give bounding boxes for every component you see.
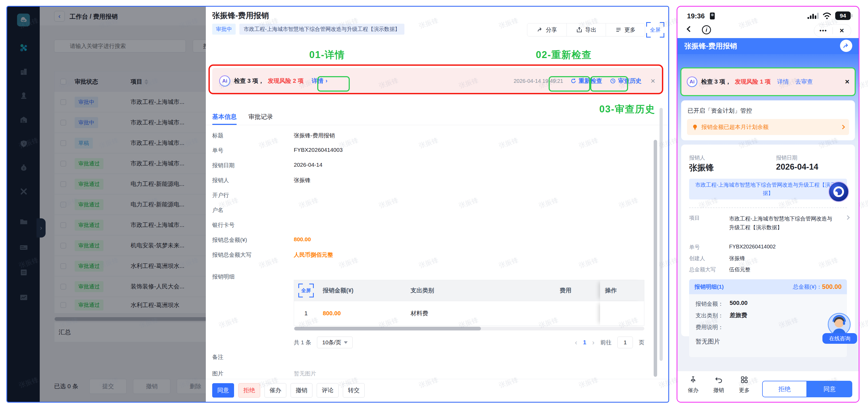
window-scrollbar[interactable] — [659, 108, 663, 361]
share-icon[interactable] — [840, 40, 852, 52]
go-review-link[interactable]: 去审查 — [795, 78, 813, 86]
col-desc: 费用 — [555, 286, 600, 295]
reject-button[interactable]: 拒绝 — [762, 381, 807, 397]
support-avatar — [828, 313, 851, 336]
fund-plan-title: 已开启「资金计划」管控 — [687, 107, 752, 115]
urge-action[interactable]: 催办 — [681, 376, 705, 394]
field-value: FYBX20260414002 — [729, 244, 776, 250]
current-page[interactable]: 1 — [583, 339, 586, 346]
detail-horizontal-scrollbar[interactable] — [294, 327, 644, 331]
more-icon[interactable]: ••• — [814, 27, 833, 34]
status-time: 19:36 — [687, 12, 705, 20]
ai-assistant-floating-button[interactable] — [828, 181, 849, 202]
prev-page-button[interactable]: ‹ — [575, 338, 577, 347]
field-label: 报销总金额大写 — [212, 251, 251, 259]
remark-label: 备注 — [212, 353, 223, 361]
ai-detail-link[interactable]: 详情 — [777, 78, 789, 86]
field-value: FYBX20260414003 — [294, 147, 343, 153]
chevron-down-icon — [344, 341, 348, 344]
mobile-preview-panel: 19:36 94 i ••• × 张振锋-费用报销 Ai 检查 3 项， 发现风… — [677, 6, 860, 403]
recheck-button[interactable]: 重新检查 — [570, 77, 602, 85]
detail-row[interactable]: 1 800.00 材料费 — [294, 301, 644, 326]
project-tag: 市政工程-上海城市智慧地下综合管网改造与升级工程【演示数据】 — [689, 179, 847, 199]
date-label: 报销日期 — [776, 154, 797, 161]
detail-banner: 报销明细(1) 总金额(¥)： 500.00 — [689, 279, 847, 294]
field-label: 报销人 — [212, 176, 229, 184]
chevron-right-icon — [841, 125, 845, 129]
reject-button[interactable]: 拒绝 — [238, 383, 260, 398]
date-value: 2026-04-14 — [776, 162, 818, 172]
detail-table: 全屏 报销金额(¥) 支出类别 费用 操作 1 800.00 材料费 — [294, 280, 644, 326]
grid-icon — [741, 376, 748, 383]
tab-basic-info[interactable]: 基本信息 — [212, 113, 237, 121]
approve-button[interactable]: 同意 — [212, 383, 234, 398]
field-value: 市政工程-上海城市智慧地下综合管网改造与升级工程【演示数据】 — [729, 214, 836, 232]
miniprogram-capsule: ••• × — [814, 24, 851, 37]
ai-risk-text: 发现风险 1 项 — [735, 78, 770, 86]
comment-button[interactable]: 评论 — [317, 383, 339, 398]
detail-label: 报销明细 — [212, 273, 235, 280]
modal-scrollbar[interactable] — [654, 140, 657, 377]
field-value: 张振锋 — [294, 176, 311, 184]
amount-value: 500.00 — [730, 300, 747, 306]
signal-icon — [807, 12, 819, 20]
table-fullscreen-button[interactable]: 全屏 — [298, 283, 314, 298]
approve-button[interactable]: 同意 — [807, 381, 852, 397]
revoke-action[interactable]: 撤销 — [707, 376, 731, 394]
image-empty-text: 暂无图片 — [294, 370, 316, 377]
desc-label: 费用说明： — [695, 323, 723, 331]
col-category: 支出类别 — [406, 286, 555, 295]
mobile-title: 张振锋-费用报销 — [684, 41, 737, 51]
next-page-button[interactable]: › — [592, 338, 594, 347]
review-history-button[interactable]: 审查历史 — [610, 77, 642, 85]
close-icon[interactable]: × — [833, 26, 851, 35]
detail-category: 材料费 — [406, 309, 555, 317]
modal-title: 张振锋-费用报销 — [212, 10, 269, 21]
category-value: 差旅费 — [730, 311, 747, 319]
pin-icon — [689, 376, 697, 383]
fund-plan-card: 已开启「资金计划」管控 报销金额已超本月计划余额 — [681, 100, 855, 140]
payee-label: 报销人 — [689, 154, 705, 161]
back-icon[interactable] — [687, 26, 693, 32]
expense-summary-card: 报销人 报销日期 张振锋 2026-04-14 市政工程-上海城市智慧地下综合管… — [681, 145, 855, 336]
more-button[interactable]: 更多 — [606, 24, 645, 36]
undo-icon — [715, 376, 722, 383]
revoke-button[interactable]: 撤销 — [290, 383, 312, 398]
field-label: 单号 — [689, 244, 700, 251]
field-label: 单号 — [212, 147, 223, 154]
alert-close-icon[interactable]: × — [845, 77, 849, 86]
goto-page-input[interactable]: 1 — [617, 337, 633, 348]
field-value: 2026-04-14 — [294, 162, 322, 168]
field-value: 伍佰元整 — [729, 266, 750, 273]
field-value-amount: 800.00 — [294, 236, 311, 243]
ai-check-time: 2026-04-14 19:49:21 — [514, 78, 563, 84]
ai-checked-text: 检查 3 项， — [234, 77, 264, 85]
online-support-label[interactable]: 在线咨询 — [823, 333, 857, 344]
field-value: 张振锋 — [729, 255, 745, 262]
urge-button[interactable]: 催办 — [265, 383, 286, 398]
page-unit: 页 — [639, 339, 644, 346]
field-value: 张振锋-费用报销 — [294, 132, 335, 139]
forward-button[interactable]: 转交 — [343, 383, 365, 398]
expense-detail-modal: 张振锋-费用报销 审批中 市政工程-上海城市智慧地下综合管网改造与升级工程【演示… — [206, 7, 668, 403]
ai-checked-text: 检查 3 项， — [701, 78, 731, 86]
export-button[interactable]: 导出 — [566, 24, 606, 36]
ai-detail-link[interactable]: 详情 › — [312, 77, 328, 85]
chevron-right-icon[interactable] — [845, 215, 850, 220]
info-icon[interactable]: i — [702, 25, 711, 34]
share-button[interactable]: 分享 — [527, 24, 566, 36]
detail-title: 报销明细(1) — [694, 283, 724, 291]
ai-icon: Ai — [219, 75, 230, 87]
tab-approval-records[interactable]: 审批记录 — [248, 113, 273, 121]
fullscreen-button[interactable]: 全屏 — [646, 22, 664, 38]
mobile-header: 张振锋-费用报销 — [677, 38, 859, 54]
budget-warning[interactable]: 报销金额已超本月计划余额 — [687, 119, 849, 135]
alert-close-icon[interactable]: × — [650, 76, 655, 86]
page-size-select[interactable]: 10条/页 — [317, 337, 353, 348]
field-label: 银行卡号 — [212, 221, 235, 229]
field-label: 报销总金额(¥) — [212, 236, 247, 244]
field-label: 总金额大写 — [689, 266, 716, 273]
field-label: 户名 — [212, 206, 223, 214]
more-action[interactable]: 更多 — [732, 376, 756, 394]
ai-icon: Ai — [687, 76, 698, 87]
